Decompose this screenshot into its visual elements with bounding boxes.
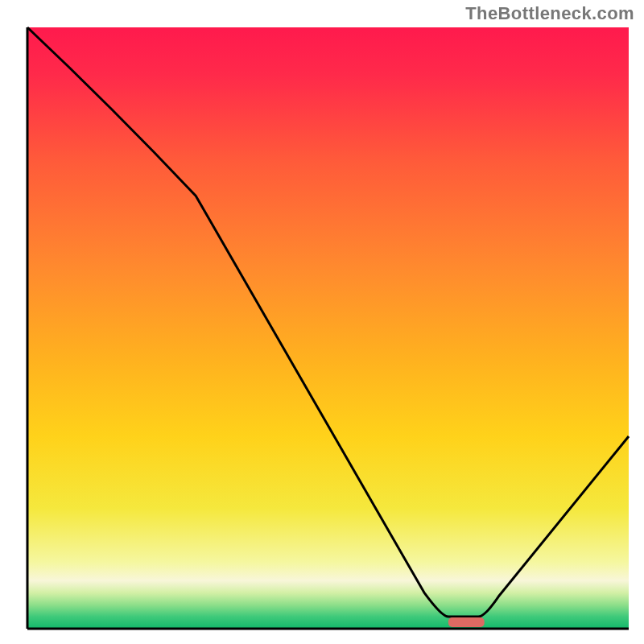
optimal-marker — [448, 617, 485, 627]
bottleneck-chart — [0, 0, 644, 644]
plot-background — [27, 27, 629, 629]
